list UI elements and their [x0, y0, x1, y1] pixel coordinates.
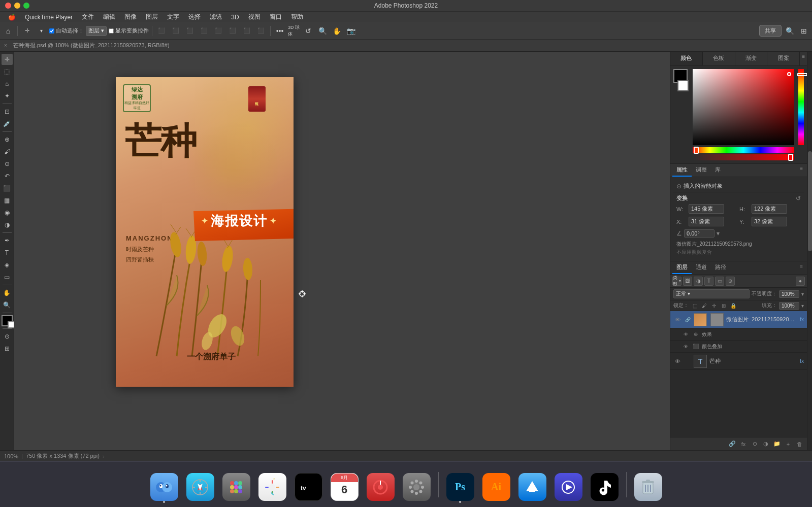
- dock-photos[interactable]: [256, 468, 289, 501]
- finder-icon[interactable]: [150, 473, 178, 501]
- menu-view[interactable]: 视图: [244, 12, 265, 22]
- filter-adj-btn[interactable]: ◑: [694, 277, 703, 286]
- sub-eye-effects[interactable]: 👁: [681, 330, 690, 339]
- hue-slider[interactable]: [693, 147, 794, 153]
- hue-spectrum-vertical[interactable]: [798, 69, 804, 145]
- distribute-h[interactable]: ⬛: [255, 25, 267, 37]
- dock-appstore[interactable]: [516, 468, 549, 501]
- layer-eye-2[interactable]: 👁: [673, 357, 681, 365]
- add-adjustment-btn[interactable]: ◑: [761, 440, 770, 449]
- layer-sub-effects[interactable]: 👁 ⊕ 效果: [670, 328, 807, 341]
- window-controls[interactable]: [5, 3, 29, 9]
- history-tool-btn[interactable]: ↶: [2, 171, 13, 182]
- blur-tool-btn[interactable]: ◉: [2, 207, 13, 218]
- channels-tab[interactable]: 通道: [692, 261, 711, 274]
- zoom-tool-btn[interactable]: 🔍: [2, 299, 13, 311]
- color-picker-gradient[interactable]: [693, 69, 794, 145]
- align-right[interactable]: ⬛: [184, 25, 196, 37]
- filter-toggle-btn[interactable]: ●: [796, 277, 805, 286]
- menu-quicktime[interactable]: QuickTime Player: [21, 13, 77, 22]
- appletv-icon[interactable]: tv: [295, 473, 322, 501]
- dock-calendar[interactable]: 6月 6: [328, 468, 361, 501]
- search-btn[interactable]: 🔍: [784, 25, 796, 37]
- lock-all[interactable]: 🔒: [729, 301, 737, 310]
- ai-icon[interactable]: Ai: [482, 473, 510, 501]
- auto-select-check[interactable]: 自动选择：: [49, 27, 84, 35]
- dock-tiktok[interactable]: [588, 468, 621, 501]
- brush-tool-btn[interactable]: 🖌: [2, 146, 13, 157]
- filter-img-btn[interactable]: 🖼: [683, 277, 692, 286]
- appstore-icon[interactable]: [518, 473, 546, 501]
- adjustments-tab[interactable]: 调整: [692, 164, 711, 177]
- menu-text[interactable]: 文字: [163, 12, 183, 22]
- menu-file[interactable]: 文件: [78, 12, 98, 22]
- filter-text-btn[interactable]: T: [704, 277, 713, 286]
- home-btn[interactable]: ⌂: [2, 25, 14, 37]
- erase-tool-btn[interactable]: ⬛: [2, 183, 13, 194]
- options-more[interactable]: •••: [274, 25, 286, 37]
- align-left[interactable]: ⬛: [155, 25, 168, 37]
- ps-icon[interactable]: Ps: [446, 473, 474, 501]
- scrollbar-thumb[interactable]: [808, 151, 812, 251]
- menu-image[interactable]: 图像: [120, 12, 141, 22]
- layer-text[interactable]: 👁 T 芒种 fx: [670, 353, 807, 370]
- arrange-btn[interactable]: ⊞: [798, 25, 810, 37]
- pattern-tab[interactable]: 图案: [767, 52, 800, 65]
- properties-tab[interactable]: 属性: [672, 164, 692, 177]
- dock-trash[interactable]: [632, 468, 665, 501]
- menu-help[interactable]: 帮助: [287, 12, 307, 22]
- camera[interactable]: 📷: [345, 25, 357, 37]
- menu-layer[interactable]: 图层: [142, 12, 162, 22]
- share-button[interactable]: 共享: [759, 25, 782, 37]
- add-style-btn[interactable]: fx: [739, 440, 748, 449]
- layer-chain-1[interactable]: 🔗: [684, 316, 691, 323]
- menu-window[interactable]: 窗口: [266, 12, 286, 22]
- layer-chain-2[interactable]: [684, 358, 691, 365]
- quicktime-icon[interactable]: [555, 473, 582, 501]
- add-group-btn[interactable]: 📁: [772, 440, 782, 449]
- safari-icon[interactable]: [186, 473, 214, 501]
- menu-select[interactable]: 选择: [184, 12, 205, 22]
- opacity-value[interactable]: 100%: [779, 290, 799, 298]
- calendar-icon[interactable]: 6月 6: [331, 473, 359, 501]
- scrollbar-v[interactable]: [807, 52, 812, 450]
- menu-3d[interactable]: 3D: [227, 13, 243, 22]
- delete-layer-btn[interactable]: 🗑: [795, 440, 804, 449]
- background-swatch[interactable]: [677, 80, 689, 91]
- maximize-button[interactable]: [23, 3, 29, 9]
- w-value[interactable]: 145 像素: [689, 204, 724, 214]
- document-tab[interactable]: 芒种海报.psd @ 100% (微信图片_202112150920573, R…: [9, 40, 174, 51]
- tab-close-icon[interactable]: ×: [4, 43, 7, 48]
- menu-apple[interactable]: 🍎: [4, 13, 20, 22]
- paths-tab[interactable]: 路径: [711, 261, 730, 274]
- path-tool-btn[interactable]: ◈: [2, 259, 13, 271]
- prop-panel-menu[interactable]: ≡: [798, 164, 805, 177]
- lasso-tool-btn[interactable]: ⌂: [2, 78, 13, 89]
- rotate[interactable]: ↺: [302, 25, 314, 37]
- dock-netease[interactable]: [364, 468, 397, 501]
- align-bottom[interactable]: ⬛: [226, 25, 239, 37]
- filter-shape-btn[interactable]: ▭: [715, 277, 724, 286]
- launchpad-icon[interactable]: [222, 473, 250, 501]
- dock-photoshop[interactable]: Ps: [444, 468, 477, 501]
- h-value[interactable]: 122 像素: [752, 204, 787, 214]
- dock-illustrator[interactable]: Ai: [480, 468, 513, 501]
- filter-smart-btn[interactable]: ⊙: [726, 277, 735, 286]
- library-tab[interactable]: 库: [711, 164, 725, 177]
- pen-tool-btn[interactable]: ✒: [2, 235, 13, 246]
- 3d-mode[interactable]: 3D 球体: [288, 25, 300, 37]
- zoom-tool[interactable]: 🔍: [316, 25, 329, 37]
- distribute-v[interactable]: ⬛: [241, 25, 253, 37]
- system-pref-icon[interactable]: [403, 473, 431, 501]
- tiktok-icon[interactable]: [591, 473, 619, 501]
- dock-finder[interactable]: [148, 468, 181, 501]
- close-button[interactable]: [5, 3, 11, 9]
- heal-tool-btn[interactable]: ⊕: [2, 134, 13, 145]
- dock-syspref[interactable]: [400, 468, 433, 501]
- move-tool[interactable]: ✛: [21, 25, 33, 37]
- shape-tool-btn[interactable]: ▭: [2, 272, 13, 283]
- dodge-tool-btn[interactable]: ◑: [2, 219, 13, 230]
- layer-sub-color-overlay[interactable]: 👁 ⬛ 颜色叠加: [670, 341, 807, 353]
- align-middle[interactable]: ⬛: [212, 25, 224, 37]
- select-tool-btn[interactable]: ⬚: [2, 66, 13, 77]
